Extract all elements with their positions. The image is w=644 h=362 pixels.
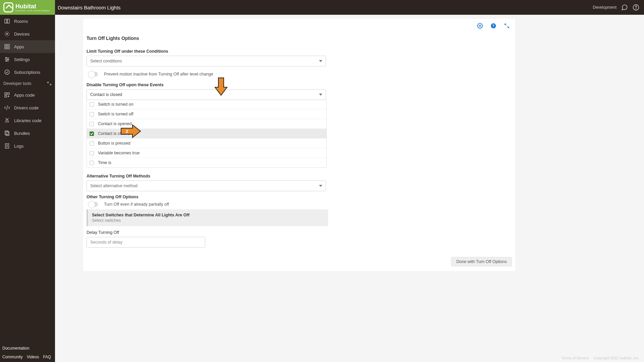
- gear-icon[interactable]: [477, 23, 483, 29]
- limit-conditions-placeholder: Select conditions: [90, 59, 122, 63]
- svg-rect-13: [5, 93, 6, 94]
- turnoff-partial-row: Turn Off even if already partially off: [88, 202, 512, 207]
- sidebar-footer: Documentation Community Videos FAQ: [0, 343, 55, 362]
- svg-point-19: [479, 25, 481, 27]
- other-options-label: Other Turning Off Options: [87, 195, 512, 199]
- dev-tools-label: Developer tools: [3, 81, 31, 86]
- copyright-text: Copyright 2022 Hubitat, Inc.: [594, 356, 639, 360]
- sidebar-item-bundles[interactable]: Bundles: [0, 127, 55, 140]
- section-title: Turn Off Lights Options: [87, 36, 512, 41]
- option-label: Contact is opened: [98, 121, 132, 126]
- svg-point-10: [8, 59, 9, 60]
- option-label: Contact is closed: [98, 131, 130, 136]
- svg-rect-5: [5, 44, 6, 46]
- svg-point-1: [636, 9, 636, 9]
- limit-conditions-select[interactable]: Select conditions: [87, 56, 326, 66]
- settings-card: ? Turn Off Lights Options Limit Turning …: [83, 19, 515, 271]
- option-button-pressed[interactable]: Button is pressed: [87, 139, 326, 148]
- option-switch-on[interactable]: Switch is turned on: [87, 100, 326, 109]
- checkbox-icon: [90, 112, 94, 116]
- alt-methods-select[interactable]: Select alternative method: [87, 180, 326, 191]
- turnoff-partial-toggle[interactable]: [88, 202, 98, 207]
- option-contact-closed[interactable]: Contact is closed: [87, 129, 326, 139]
- sidebar-item-logs[interactable]: Logs: [0, 140, 55, 152]
- expand-icon[interactable]: [504, 23, 510, 29]
- sidebar-item-appscode[interactable]: Apps code: [0, 89, 55, 101]
- svg-text:?: ?: [492, 24, 494, 28]
- done-button[interactable]: Done with Turn Off Options: [451, 257, 512, 266]
- librariescode-icon: [4, 117, 10, 123]
- sidebar-item-label: Devices: [14, 32, 30, 37]
- option-switch-off[interactable]: Switch is turned off: [87, 109, 326, 119]
- disable-events-label: Disable Turning Off upon these Events: [87, 83, 512, 87]
- footer-link-community[interactable]: Community: [2, 355, 23, 359]
- prevent-motion-row: Prevent motion inactive from Turning Off…: [88, 72, 512, 76]
- prevent-motion-label: Prevent motion inactive from Turning Off…: [104, 72, 213, 76]
- sidebar: Rooms Devices Apps Settings Subscription…: [0, 15, 55, 362]
- card-actions: ?: [477, 23, 510, 29]
- brand-logo[interactable]: Hubitat ELEVATE YOUR ENVIRONMENT: [0, 0, 55, 15]
- option-label: Switch is turned on: [98, 102, 133, 107]
- option-label: Switch is turned off: [98, 112, 133, 116]
- sidebar-item-apps[interactable]: Apps: [0, 40, 55, 53]
- header-right: Development: [593, 4, 644, 11]
- svg-point-11: [6, 60, 7, 61]
- option-label: Button is pressed: [98, 141, 130, 146]
- bottom-right-footer: Terms of Service Copyright 2022 Hubitat,…: [561, 356, 639, 360]
- delay-label: Delay Turning Off: [87, 230, 512, 235]
- tos-link[interactable]: Terms of Service: [561, 356, 589, 360]
- logs-icon: [4, 143, 10, 149]
- sidebar-item-label: Drivers code: [14, 105, 39, 110]
- mode-label: Development: [593, 5, 616, 10]
- svg-rect-7: [5, 47, 6, 49]
- dev-tools-header[interactable]: Developer tools: [0, 79, 55, 89]
- option-time-is[interactable]: Time is: [87, 158, 326, 167]
- brand-tagline: ELEVATE YOUR ENVIRONMENT: [15, 10, 50, 12]
- chat-icon[interactable]: [621, 4, 628, 11]
- svg-point-4: [6, 33, 8, 35]
- checkbox-checked-icon: [90, 132, 94, 136]
- sidebar-item-driverscode[interactable]: Drivers code: [0, 101, 55, 114]
- limit-conditions-label: Limit Turning Off under these Conditions: [87, 49, 512, 54]
- rooms-icon: [4, 18, 10, 24]
- sidebar-item-label: Apps code: [14, 93, 35, 98]
- help-icon[interactable]: ?: [490, 23, 496, 29]
- subscriptions-icon: [4, 69, 10, 75]
- svg-point-12: [5, 70, 9, 74]
- select-switches-button[interactable]: Select Switches that Determine All Light…: [87, 209, 328, 226]
- footer-link-documentation[interactable]: Documentation: [2, 346, 30, 351]
- settings-icon: [4, 56, 10, 62]
- disable-events-selected: Contact is closed: [90, 92, 122, 97]
- checkbox-icon: [90, 102, 94, 107]
- svg-rect-6: [8, 44, 9, 46]
- select-switches-title: Select Switches that Determine All Light…: [92, 213, 324, 217]
- sidebar-item-devices[interactable]: Devices: [0, 28, 55, 40]
- svg-rect-14: [8, 93, 9, 94]
- sidebar-item-settings[interactable]: Settings: [0, 53, 55, 66]
- card-body: Turn Off Lights Options Limit Turning Of…: [83, 19, 515, 268]
- alt-methods-placeholder: Select alternative method: [90, 184, 138, 188]
- footer-link-faq[interactable]: FAQ: [43, 355, 51, 359]
- brand-text-wrap: Hubitat ELEVATE YOUR ENVIRONMENT: [15, 3, 50, 12]
- help-header-icon[interactable]: [633, 4, 639, 11]
- sidebar-item-label: Subscriptions: [14, 70, 40, 75]
- prevent-motion-toggle[interactable]: [88, 72, 98, 76]
- sidebar-item-label: Apps: [14, 44, 24, 49]
- sidebar-item-rooms[interactable]: Rooms: [0, 15, 55, 28]
- svg-rect-3: [7, 19, 9, 23]
- option-label: Time is: [98, 160, 111, 165]
- devices-icon: [4, 31, 10, 37]
- option-contact-opened[interactable]: Contact is opened: [87, 119, 326, 129]
- svg-rect-8: [8, 47, 9, 49]
- collapse-icon: [47, 81, 52, 86]
- footer-link-videos[interactable]: Videos: [27, 355, 39, 359]
- delay-input[interactable]: [87, 237, 205, 248]
- main-area: ? Turn Off Lights Options Limit Turning …: [55, 15, 644, 362]
- svg-rect-2: [5, 19, 7, 23]
- sidebar-item-librariescode[interactable]: Libraries code: [0, 114, 55, 127]
- sidebar-item-label: Settings: [14, 57, 30, 62]
- sidebar-item-subscriptions[interactable]: Subscriptions: [0, 66, 55, 79]
- disable-events-select[interactable]: Contact is closed: [87, 89, 326, 100]
- option-variable-true[interactable]: Variable becomes true: [87, 148, 326, 158]
- page-title: Downstairs Bathroom Lights: [55, 5, 593, 10]
